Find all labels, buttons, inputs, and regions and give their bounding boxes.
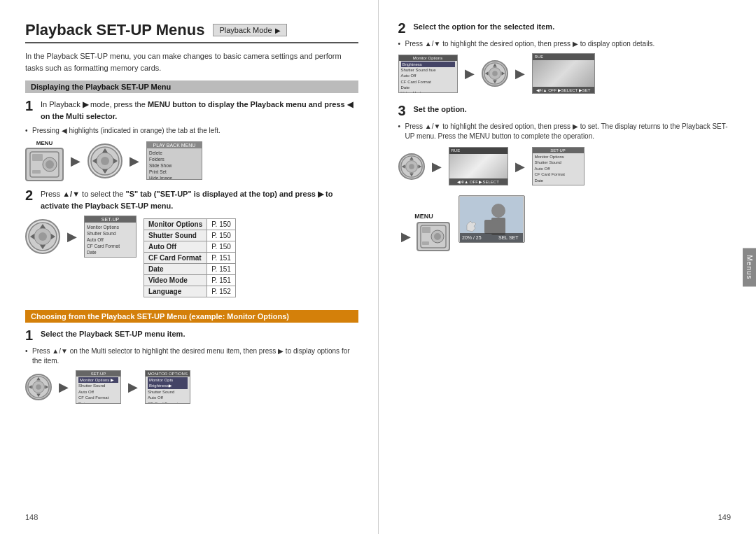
step1-text: In Playback ▶ mode, press the MENU butto… (41, 99, 358, 122)
photo2-bottom: ◀4/▲ OFF ▶SELECT ▶SET (449, 178, 507, 185)
photo-top-bar: RUE (533, 54, 594, 60)
svg-text:SEL SET: SEL SET (498, 235, 519, 240)
screen-title: PLAY BACK MENU (147, 142, 202, 148)
arrow-10: ▶ (401, 229, 411, 244)
mode-badge: Playback Mode ▶ (213, 24, 286, 36)
monitor-opts-shutter: Shutter Sound hue (401, 67, 455, 73)
section1-header: Displaying the Playback SET-UP Menu (25, 80, 358, 93)
step2-number: 2 (25, 188, 36, 202)
setup-after-item: Date (535, 178, 582, 183)
step2-text: Press ▲/▼ to select the "S" tab ("SET-UP… (41, 188, 358, 211)
svg-text:20% / 25: 20% / 25 (462, 235, 482, 240)
step2-right-number: 2 (398, 21, 410, 35)
setup-after-item: Shutter Sound (535, 160, 582, 165)
step-choose: 1 Select the Playback SET-UP menu item. … (25, 328, 358, 404)
mode-badge-text: Playback Mode (219, 26, 272, 34)
setup-screen-2: SET-UP Monitor Options ▶ Shutter Sound A… (76, 370, 121, 404)
table-cell-label: Monitor Options (144, 219, 207, 230)
step3-right: 3 Set the option. Press ▲/▼ to highlight… (398, 104, 732, 251)
step3-right-header: Set the option. (414, 104, 467, 115)
step-choose-number: 1 (25, 328, 36, 342)
step3-right-bullet: Press ▲/▼ to highlight the desired optio… (398, 122, 732, 141)
table-cell-page: P. 150 (207, 230, 236, 241)
setup-after-content: Monitor Options Shutter Sound Auto Off C… (533, 153, 584, 185)
table-cell-label: Shutter Sound (144, 230, 207, 241)
arrow-8: ▶ (432, 159, 442, 174)
table-row: CF Card Format P. 151 (144, 253, 236, 264)
page-number-right: 149 (718, 513, 731, 521)
step2-right-header: Select the option for the selected item. (414, 21, 555, 33)
step-choose-text: Select the Playback SET-UP menu item. (41, 328, 185, 340)
svg-point-21 (36, 384, 41, 390)
setup2-item: Shutter Sound (78, 383, 118, 388)
table-cell-label: Video Mode (144, 275, 207, 286)
svg-point-46 (491, 204, 505, 218)
setup2-title: SET-UP (76, 371, 120, 377)
playback-menu-screen: PLAY BACK MENU Delete Folders Slide Show… (146, 141, 202, 180)
svg-point-35 (409, 164, 414, 169)
monitor-item: CF Card Format (148, 401, 188, 404)
setup-after-item: Video Mode (535, 183, 582, 185)
mode-badge-arrow: ▶ (275, 27, 281, 34)
step2-right-bullet: Press ▲/▼ to highlight the desired optio… (398, 39, 732, 49)
table-cell-page: P. 150 (207, 219, 236, 230)
photo-label: RUE (535, 55, 544, 59)
photo-person: 20% / 25 SEL SET (458, 195, 525, 243)
table-cell-label: Date (144, 264, 207, 275)
monitor-opts-brightness: Brightness (401, 62, 455, 67)
photo-display-2: RUE ◀4/▲ OFF ▶SELECT ▶SET (449, 147, 508, 185)
dial-5 (398, 153, 425, 180)
arrow-6: ▶ (465, 66, 475, 81)
setup-screen-content: Monitor Options Shutter Sound Auto Off C… (85, 223, 136, 258)
setup-screen: SET-UP Monitor Options Shutter Sound Aut… (84, 216, 136, 258)
step1-diagram: MENU ▶ (25, 140, 358, 181)
menu-btn-row: ▶ (398, 222, 450, 251)
choose-diagram: ▶ SET-UP Monitor Options ▶ Shutter Sound… (25, 370, 358, 404)
step3-right-number: 3 (398, 104, 410, 118)
monitor-opts-cf: CF Card Format (401, 79, 455, 85)
step2: 2 Press ▲/▼ to select the "S" tab ("SET-… (25, 188, 358, 303)
menus-tab: Menus (743, 248, 756, 286)
step2-layout: ▶ SET-UP Monitor Options Shutter Sound A… (25, 216, 358, 303)
table-row: Auto Off P. 150 (144, 241, 236, 253)
setup-after-item: CF Card Format (535, 171, 582, 177)
monitor-title: MONITOR OPTIONS (146, 371, 190, 377)
table-cell-page: P. 151 (207, 253, 236, 264)
arrow-5: ▶ (128, 379, 138, 395)
svg-point-43 (434, 233, 441, 240)
setup2-content: Monitor Options ▶ Shutter Sound Auto Off… (76, 377, 120, 404)
menu-btn-area: MENU ▶ (398, 213, 450, 251)
table-cell-label: Auto Off (144, 241, 207, 253)
svg-point-3 (46, 160, 54, 169)
right-page: 2 Select the option for the selected ite… (379, 0, 757, 534)
monitor-item: Auto Off (148, 395, 188, 400)
page-header: Playback SET-UP Menus Playback Mode ▶ (25, 21, 358, 43)
table-row: Monitor Options P. 150 (144, 219, 236, 230)
table-cell-page: P. 152 (207, 286, 236, 297)
step-choose-bullet: Press ▲/▼ on the Multi selector to highl… (25, 346, 358, 366)
svg-rect-1 (32, 154, 43, 161)
setup-after-title: SET-UP (533, 148, 584, 153)
arrow-9: ▶ (515, 159, 525, 174)
table-row: Video Mode P. 151 (144, 275, 236, 286)
step3-diagram: ▶ RUE ◀4/▲ OFF ▶SELECT ▶SET ▶ SET-UP Mon… (398, 147, 732, 185)
monitor-opts-date: Date (401, 85, 455, 90)
table-cell-label: CF Card Format (144, 253, 207, 264)
photo2-top: RUE (449, 148, 507, 154)
page-title: Playback SET-UP Menus (25, 21, 204, 39)
table-cell-page: P. 150 (207, 241, 236, 253)
arrow-1: ▶ (71, 153, 80, 169)
monitor-opts-content: Brightness Shutter Sound hue Auto Off CF… (399, 61, 457, 93)
dial-2 (25, 219, 60, 254)
monitor-options-screen: MONITOR OPTIONS Monitor Opts Brightness▶… (145, 370, 190, 404)
monitor-item: Shutter Sound (148, 389, 188, 395)
setup2-item: CF Card Format (78, 395, 118, 400)
monitor-opts-screen: Monitor Options Brightness Shutter Sound… (398, 55, 458, 93)
dial-4 (482, 60, 508, 87)
table-row: Shutter Sound P. 150 (144, 230, 236, 241)
svg-rect-49 (497, 220, 505, 234)
dial-3 (25, 374, 52, 400)
table-row: Date P. 151 (144, 264, 236, 275)
setup2-item-highlight: Monitor Options ▶ (78, 377, 118, 383)
svg-rect-41 (422, 227, 430, 233)
